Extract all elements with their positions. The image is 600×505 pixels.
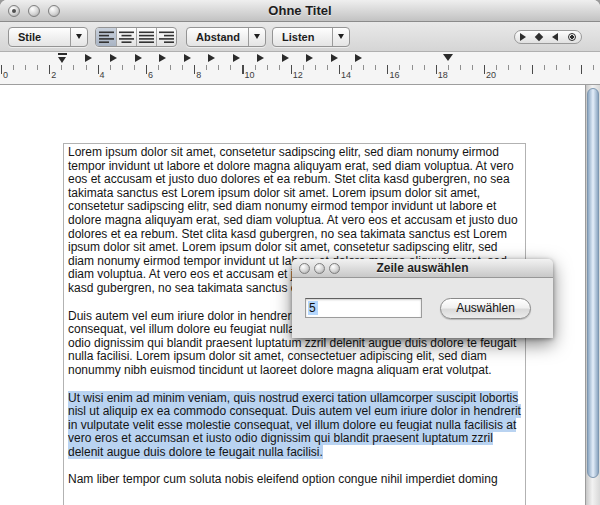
- ruler-number: 8: [196, 70, 201, 80]
- left-tab-icon[interactable]: [520, 33, 526, 41]
- paragraph-text: Nam liber tempor cum soluta nobis eleife…: [68, 472, 498, 486]
- dialog-window-controls: [299, 263, 340, 274]
- minimize-button[interactable]: [28, 5, 40, 17]
- tab-stop-marker[interactable]: [257, 54, 264, 62]
- ruler-number: 14: [341, 70, 351, 80]
- tab-stop-wells: [514, 30, 582, 44]
- styles-dropdown-label: Stile: [9, 28, 70, 46]
- ruler-number: 10: [245, 70, 255, 80]
- tab-stop-marker[interactable]: [306, 54, 313, 62]
- dialog-body: 5 Auswählen: [292, 278, 553, 338]
- ruler-number: 18: [438, 70, 448, 80]
- window-title: Ohne Titel: [268, 3, 331, 18]
- select-button[interactable]: Auswählen: [440, 298, 531, 319]
- dialog-minimize-button[interactable]: [314, 263, 325, 274]
- alignment-segmented-control: [95, 27, 177, 47]
- chevron-down-icon: [70, 28, 87, 46]
- tab-stop-marker[interactable]: [159, 54, 166, 62]
- window-titlebar[interactable]: Ohne Titel: [0, 0, 600, 22]
- scrollbar-thumb[interactable]: [587, 88, 599, 478]
- right-tab-icon[interactable]: [552, 33, 558, 41]
- tab-stop-marker[interactable]: [208, 54, 215, 62]
- tab-stop-marker[interactable]: [331, 54, 338, 62]
- spacing-dropdown[interactable]: Abstand: [186, 27, 266, 47]
- tab-stop-marker[interactable]: [233, 54, 240, 62]
- ruler-number: 2: [51, 70, 56, 80]
- align-center-icon: [119, 31, 134, 43]
- dialog-zoom-button[interactable]: [329, 263, 340, 274]
- close-button[interactable]: [8, 5, 20, 17]
- select-line-dialog: Zeile auswählen 5 Auswählen: [292, 259, 553, 338]
- textedit-window: Ohne Titel Stile Abstand Lis: [0, 0, 600, 505]
- vertical-scrollbar[interactable]: [585, 85, 600, 505]
- tab-stop-marker[interactable]: [282, 54, 289, 62]
- ruler[interactable]: 02468101214161820: [0, 52, 600, 85]
- chevron-down-icon: [332, 28, 349, 46]
- align-justify-icon: [139, 31, 154, 43]
- styles-dropdown[interactable]: Stile: [8, 27, 88, 47]
- line-number-input[interactable]: 5: [305, 298, 422, 318]
- decimal-tab-icon[interactable]: [568, 33, 576, 41]
- dialog-close-button[interactable]: [299, 263, 310, 274]
- spacing-dropdown-label: Abstand: [187, 28, 248, 46]
- dialog-title: Zeile auswählen: [376, 261, 468, 275]
- align-justify-button[interactable]: [136, 28, 156, 46]
- align-left-button[interactable]: [96, 28, 116, 46]
- ruler-number: 4: [100, 70, 105, 80]
- ruler-number: 0: [3, 70, 8, 80]
- unsaved-changes-dot: [12, 9, 16, 13]
- dialog-titlebar[interactable]: Zeile auswählen: [292, 259, 553, 278]
- tab-stop-marker[interactable]: [85, 54, 92, 62]
- format-toolbar: Stile Abstand Listen: [0, 22, 600, 52]
- input-selected-text: 5: [308, 301, 318, 315]
- ruler-number: 6: [148, 70, 153, 80]
- ruler-number: 12: [293, 70, 303, 80]
- align-center-button[interactable]: [116, 28, 136, 46]
- align-left-icon: [99, 31, 114, 43]
- window-controls: [8, 5, 60, 17]
- align-right-icon: [159, 31, 174, 43]
- paragraph[interactable]: Nam liber tempor cum soluta nobis eleife…: [68, 473, 521, 487]
- tab-stop-marker[interactable]: [184, 54, 191, 62]
- paragraph[interactable]: Ut wisi enim ad minim veniam, quis nostr…: [68, 392, 521, 460]
- lists-dropdown-label: Listen: [273, 28, 332, 46]
- chevron-down-icon: [248, 28, 265, 46]
- center-tab-icon[interactable]: [535, 32, 543, 40]
- zoom-button[interactable]: [48, 5, 60, 17]
- lists-dropdown[interactable]: Listen: [272, 27, 350, 47]
- right-indent-marker[interactable]: [443, 54, 453, 61]
- tab-stop-marker[interactable]: [135, 54, 142, 62]
- align-right-button[interactable]: [156, 28, 176, 46]
- ruler-number: 16: [389, 70, 399, 80]
- selected-text: Ut wisi enim ad minim veniam, quis nostr…: [68, 391, 521, 459]
- tab-stop-marker[interactable]: [110, 54, 117, 62]
- tab-stop-marker[interactable]: [355, 54, 362, 62]
- ruler-number: 20: [486, 70, 496, 80]
